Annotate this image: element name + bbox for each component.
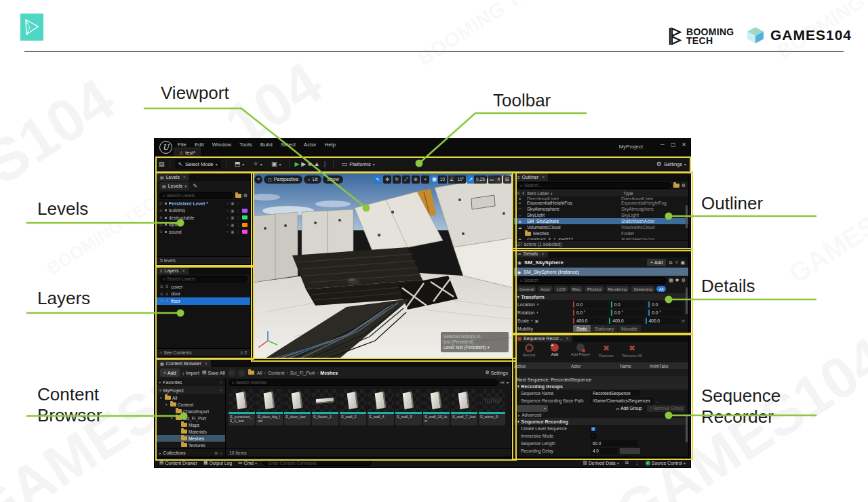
viewport-3d-scene[interactable] — [253, 173, 513, 358]
menu-item[interactable]: Window — [212, 142, 231, 148]
play-options-kebab-icon[interactable]: ⋮ — [322, 161, 328, 167]
content-settings-button[interactable]: ⚙ Settings — [485, 370, 508, 375]
view-options-icon[interactable]: ▾ — [507, 380, 509, 385]
close-icon[interactable]: × — [541, 251, 544, 256]
show-dropdown[interactable]: Show — [323, 175, 343, 184]
grid-snap-control[interactable]: ▦ 10 — [431, 175, 447, 184]
select-tool-icon[interactable]: ↖ — [374, 175, 382, 184]
base-path-field[interactable]: /Game/Cinematics/Sequences — [591, 398, 653, 404]
y-value-field[interactable]: 0.0 ° — [611, 310, 646, 316]
eye-icon[interactable]: ⊙ — [159, 215, 163, 219]
y-value-field[interactable]: 400.0 — [609, 318, 642, 324]
recording-delay-field[interactable]: 4.0 — [591, 448, 618, 454]
level-color-chip[interactable] — [242, 209, 248, 213]
filter-chip[interactable]: Physics — [585, 286, 604, 292]
lock-icon[interactable]: ▣ — [231, 209, 234, 213]
lock-icon[interactable]: ▣ — [231, 223, 234, 227]
type-column[interactable]: Type — [623, 191, 686, 196]
perspective-dropdown[interactable]: ▢ Perspective — [264, 175, 302, 184]
frame-skip-button[interactable]: ▶ — [301, 161, 306, 167]
level-color-chip[interactable] — [242, 230, 248, 234]
sequence-action-button[interactable]: Add — [542, 343, 567, 356]
content-browser-tab[interactable]: ▦ Content Browser × — [157, 360, 211, 367]
tree-folder-row[interactable]: Meshes — [157, 435, 225, 442]
lit-dropdown[interactable]: ◐ Lit — [304, 175, 321, 184]
level-row[interactable]: ⊙ Persistent Level * ○ ▣ ⋮ — [157, 200, 250, 207]
sequence-action-button[interactable]: Remove — [594, 343, 618, 358]
filter-chip[interactable]: Rendering — [606, 286, 630, 292]
viewport-panel[interactable]: ≡ ▢ Perspective ◐ Lit Show ↖ ✥ ↻ ⤢ ⊕ ⌖ — [252, 172, 513, 358]
cinematics-button[interactable]: ▣ ▾ — [268, 159, 285, 169]
sequence-column[interactable]: Actor — [571, 364, 620, 369]
dots-icon[interactable]: ⋮ — [237, 230, 241, 234]
z-value-field[interactable]: 400.0 — [646, 318, 679, 324]
outliner-row[interactable]: ◉ SM_SkySphere StaticMeshActor — [514, 218, 688, 224]
eject-button[interactable]: ▲ — [314, 161, 320, 167]
browse-path-button[interactable]: … — [655, 398, 660, 403]
breadcrumb-item[interactable]: Content — [268, 371, 288, 375]
folder-icon[interactable] — [235, 194, 241, 198]
collections-row[interactable]: ▸ Collections ⊕ ⌕ — [157, 448, 225, 457]
levels-tab[interactable]: ▤ Levels × — [157, 173, 189, 181]
breadcrumb-item[interactable]: Sci_Fi_Port — [290, 371, 319, 375]
chevron-down-icon[interactable]: ▾ — [531, 318, 533, 322]
level-color-chip[interactable] — [242, 215, 248, 219]
see-contents[interactable]: See Contents — [163, 350, 191, 355]
lightbulb-icon[interactable]: ○ — [226, 201, 229, 205]
instance-row[interactable]: ◉ SM_SkySphere (Instance) — [514, 268, 688, 276]
lock-icon[interactable]: ▣ — [231, 201, 234, 205]
console-command-input[interactable] — [267, 460, 368, 466]
sequence-recorder-tab[interactable]: Sequence Recor... × — [514, 335, 572, 342]
viewport-selection-overlay[interactable]: Selected Actor(s) in test (Persistent) L… — [441, 332, 509, 352]
tree-folder-row[interactable]: Textures — [157, 442, 225, 448]
asset-tile[interactable]: S_door_big_low — [256, 389, 283, 425]
levels-dropdown[interactable]: ▤ Levels ▾ — [159, 182, 189, 190]
blueprints-button[interactable]: ✧ ▾ — [250, 159, 266, 169]
sequence-action-button[interactable]: Remove All — [620, 343, 644, 358]
sequence-recording-section[interactable]: Sequence Recording — [521, 419, 569, 424]
eye-icon[interactable]: ⊙ — [159, 230, 163, 234]
filter-chip[interactable]: Misc — [570, 286, 583, 292]
level-row[interactable]: ⊙ sound ○ ▣ ⋮ — [157, 228, 250, 236]
layer-row[interactable]: ⊙ ≡ cover — [157, 283, 250, 291]
sequence-scrollbar[interactable] — [686, 415, 688, 442]
outliner-tab[interactable]: ≡ Outliner × — [514, 173, 548, 181]
eye-icon[interactable]: ⊙ — [159, 223, 163, 227]
lightbulb-icon[interactable]: ○ — [226, 223, 229, 227]
lock-icon[interactable]: ▣ — [680, 260, 685, 266]
asset-tile[interactable]: S_wall_4 — [368, 389, 394, 425]
z-value-field[interactable]: 0.0 ° — [648, 310, 684, 316]
help-icon[interactable]: ? — [675, 260, 677, 265]
close-icon[interactable]: × — [205, 361, 208, 366]
outliner-search-input[interactable] — [524, 183, 668, 188]
close-icon[interactable]: × — [566, 336, 569, 341]
forward-icon[interactable]: → — [238, 369, 245, 377]
surface-snap-icon[interactable]: ⌖ — [421, 175, 429, 184]
settings-dropdown[interactable]: ⚙ Settings ▾ — [656, 161, 686, 167]
close-icon[interactable]: × — [183, 175, 186, 180]
close-icon[interactable]: × — [542, 175, 545, 180]
level-color-chip[interactable] — [242, 223, 248, 227]
sequence-action-button[interactable]: Add Player — [568, 343, 593, 356]
level-row[interactable]: ⊙ building ○ ▣ ⋮ — [157, 207, 250, 215]
outliner-row[interactable]: ☁ VolumetricCloud VolumetricCloud — [514, 224, 688, 230]
lightbulb-icon[interactable]: ○ — [226, 209, 229, 213]
asset-tile[interactable]: S_wall_5 — [395, 389, 422, 425]
add-actor-button[interactable]: ⬒ ▾ — [231, 159, 248, 169]
dots-icon[interactable]: ⋮ — [237, 201, 241, 205]
filter-chip[interactable]: General — [517, 286, 536, 292]
stop-button[interactable]: ■ — [308, 161, 311, 167]
kebab-icon[interactable]: ⋮ — [635, 460, 639, 465]
asset-tile[interactable]: S_door_low — [284, 389, 311, 425]
dots-icon[interactable]: ⋮ — [237, 215, 241, 219]
sequence-length-field[interactable]: 60.0 — [591, 440, 638, 446]
mobility-option[interactable]: Static — [573, 325, 591, 332]
y-value-field[interactable]: 0.0 — [611, 301, 646, 308]
z-value-field[interactable]: 0.0 — [648, 301, 684, 308]
world-space-icon[interactable]: ⊕ — [412, 175, 420, 184]
immersive-mode-checkbox[interactable] — [591, 434, 596, 439]
outliner-row[interactable]: ◠ SkyAtmosphere SkyAtmosphere — [514, 206, 688, 212]
outliner-row[interactable]: Meshes Folder — [514, 230, 688, 236]
dots-icon[interactable]: ⋮ — [237, 223, 241, 227]
asset-tile[interactable]: S_wires_9 — [479, 389, 505, 425]
